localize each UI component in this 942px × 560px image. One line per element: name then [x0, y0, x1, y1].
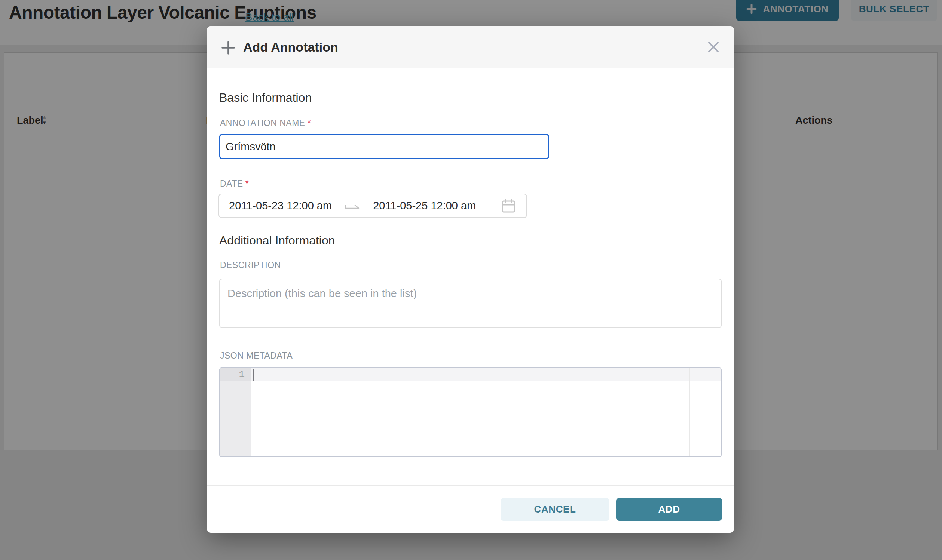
editor-gutter: [220, 368, 251, 457]
cancel-button[interactable]: CANCEL: [501, 498, 609, 521]
modal-header: Add Annotation: [207, 26, 734, 68]
annotation-name-label: ANNOTATION NAME*: [220, 118, 311, 128]
date-label-text: DATE: [220, 179, 243, 188]
section-additional-information: Additional Information: [219, 234, 335, 248]
close-icon[interactable]: [708, 41, 719, 53]
footer-divider: [207, 485, 734, 486]
required-asterisk: *: [245, 179, 249, 188]
description-label: DESCRIPTION: [220, 260, 281, 270]
add-annotation-modal: Add Annotation Basic Information ANNOTAT…: [207, 26, 734, 533]
date-range-picker[interactable]: 2011-05-23 12:00 am 2011-05-25 12:00 am: [219, 194, 527, 218]
json-metadata-editor[interactable]: 1: [219, 368, 722, 457]
date-label: DATE*: [220, 179, 249, 189]
plus-icon: [221, 40, 236, 55]
date-range-start[interactable]: 2011-05-23 12:00 am: [229, 200, 332, 212]
add-button[interactable]: ADD: [616, 498, 722, 521]
annotation-name-input[interactable]: [219, 134, 549, 159]
editor-active-line: [251, 368, 721, 381]
editor-print-margin: [689, 368, 690, 457]
editor-line-number: 1: [220, 368, 251, 381]
json-metadata-label: JSON METADATA: [220, 351, 293, 361]
annotation-name-label-text: ANNOTATION NAME: [220, 118, 305, 128]
date-range-end[interactable]: 2011-05-25 12:00 am: [373, 200, 476, 212]
modal-title: Add Annotation: [243, 40, 338, 55]
required-asterisk: *: [307, 118, 311, 128]
arrow-right-icon: [345, 200, 360, 212]
section-basic-information: Basic Information: [219, 91, 311, 105]
calendar-icon[interactable]: [501, 198, 516, 214]
description-textarea[interactable]: [219, 278, 722, 328]
editor-cursor: [253, 369, 254, 380]
